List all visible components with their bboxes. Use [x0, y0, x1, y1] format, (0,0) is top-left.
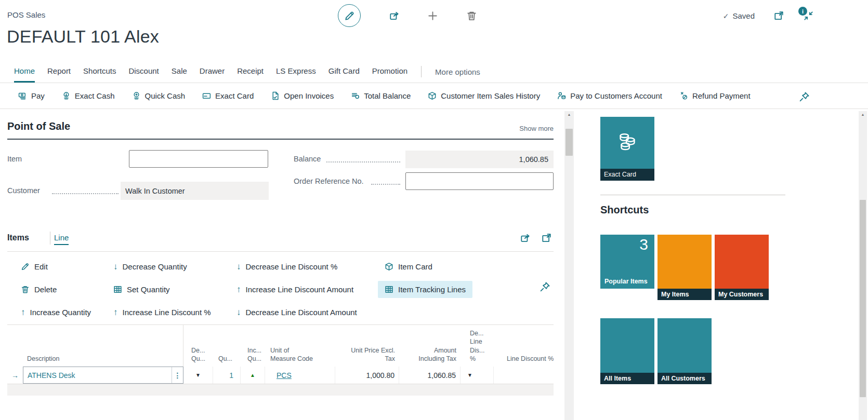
arrow-up-icon: ↑ — [113, 308, 118, 317]
action-item-card[interactable]: Item Card — [385, 262, 541, 271]
col-amount[interactable]: Amount Including Tax — [399, 325, 461, 367]
tile-popular-items[interactable]: 3 Popular Items — [600, 235, 654, 289]
line-discount-cell[interactable] — [494, 367, 554, 384]
tile-all-customers[interactable]: All Customers — [657, 318, 712, 384]
action-increase-line-discount-pct[interactable]: ↑ Increase Line Discount % — [113, 308, 236, 317]
action-item-tracking-lines[interactable]: Item Tracking Lines — [378, 281, 472, 298]
popout-icon[interactable] — [541, 233, 552, 243]
grid-icon — [113, 285, 122, 294]
arrow-down-icon: ↓ — [236, 262, 241, 271]
toolbar-action-label: Refund Payment — [692, 91, 751, 100]
col-unit-of-measure[interactable]: Unit of Measure Code — [265, 325, 335, 367]
toolbar-action-customer-item-sales-history[interactable]: Customer Item Sales History — [428, 91, 540, 100]
role-center-panel: Exact Card Shortcuts 3 Popular Items My … — [574, 111, 859, 420]
tile-my-customers[interactable]: My Customers — [715, 235, 769, 300]
toolbar-action-exact-card[interactable]: Exact Card — [202, 91, 254, 100]
tile-exact-card[interactable]: Exact Card — [600, 117, 654, 181]
tile-label: All Customers — [657, 373, 712, 384]
share-icon[interactable] — [520, 233, 531, 243]
toolbar-action-pay[interactable]: Pay — [18, 91, 45, 100]
customer-item-sales-history-icon — [428, 91, 437, 100]
table-row[interactable]: → ATHENS Desk ⋮ ▼ 1 ▲ PCS 1,000.80 1,060… — [7, 367, 554, 384]
tab-ls-express[interactable]: LS Express — [276, 61, 316, 83]
tab-promotion[interactable]: Promotion — [372, 61, 407, 83]
action-set-quantity[interactable]: Set Quantity — [113, 285, 236, 294]
unit-of-measure-cell[interactable]: PCS — [265, 367, 335, 384]
table-empty-strip — [7, 384, 554, 396]
col-decrease-quantity[interactable]: De... Qu... — [183, 325, 213, 367]
more-options-button[interactable]: More options — [435, 61, 480, 83]
tile-image — [657, 235, 712, 289]
info-icon[interactable]: i — [798, 7, 807, 16]
exact-cash-icon — [62, 91, 71, 100]
row-menu-button[interactable]: ⋮ — [172, 367, 183, 383]
new-icon[interactable] — [427, 10, 438, 21]
col-description[interactable]: Description — [23, 325, 183, 367]
show-more-link[interactable]: Show more — [519, 125, 554, 132]
action-increase-quantity[interactable]: ↑ Increase Quantity — [21, 308, 113, 317]
toolbar-action-exact-cash[interactable]: Exact Cash — [62, 91, 115, 100]
toolbar-action-refund-payment[interactable]: Refund Payment — [679, 91, 751, 100]
tab-report[interactable]: Report — [47, 61, 71, 83]
decrease-quantity-button[interactable]: ▼ — [183, 367, 213, 384]
order-reference-input[interactable] — [405, 172, 554, 190]
col-line-discount[interactable]: Line Discount % — [494, 325, 554, 367]
edit-page-button[interactable] — [338, 4, 361, 27]
scroll-up-icon[interactable]: ▲ — [564, 113, 574, 116]
increase-quantity-button[interactable]: ▲ — [241, 367, 265, 384]
toolbar-action-label: Exact Card — [215, 91, 254, 100]
tile-label: Popular Items — [604, 278, 648, 285]
col-unit-price[interactable]: Unit Price Excl. Tax — [335, 325, 399, 367]
balance-label: Balance — [294, 155, 321, 163]
col-increase-quantity[interactable]: Inc... Qu... — [241, 325, 265, 367]
unit-price-cell[interactable]: 1,000.80 — [335, 367, 399, 384]
tile-image — [657, 318, 712, 373]
tab-sale[interactable]: Sale — [172, 61, 187, 83]
open-invoices-icon — [271, 91, 280, 100]
divider — [50, 232, 50, 245]
tab-shortcuts[interactable]: Shortcuts — [83, 61, 116, 83]
action-delete[interactable]: Delete — [21, 285, 113, 294]
pin-icon[interactable] — [799, 91, 810, 102]
scrollbar-thumb[interactable] — [860, 200, 866, 397]
pin-icon[interactable] — [540, 281, 550, 292]
items-section-title: Items — [7, 233, 29, 242]
action-label: Decrease Line Discount % — [246, 262, 338, 271]
quantity-cell[interactable]: 1 — [213, 367, 241, 384]
action-increase-line-discount-amount[interactable]: ↑ Increase Line Discount Amount — [236, 285, 385, 294]
toolbar-action-open-invoices[interactable]: Open Invoices — [271, 91, 334, 100]
description-cell[interactable]: ATHENS Desk ⋮ — [23, 367, 183, 384]
action-decrease-line-discount-amount[interactable]: ↓ Decrease Line Discount Amount — [236, 308, 385, 317]
side-scrollbar[interactable]: ▲ — [859, 111, 867, 420]
main-scrollbar[interactable]: ▲ — [564, 111, 574, 420]
tab-home[interactable]: Home — [14, 61, 35, 83]
toolbar-action-total-balance[interactable]: Total Balance — [351, 91, 411, 100]
tab-receipt[interactable]: Receipt — [237, 61, 264, 83]
open-in-new-window-icon[interactable] — [773, 10, 784, 21]
amount-cell[interactable]: 1,060.85 — [399, 367, 461, 384]
share-icon[interactable] — [389, 10, 400, 21]
tab-discount[interactable]: Discount — [128, 61, 159, 83]
col-decrease-line-discount[interactable]: De... Line Dis... % — [461, 325, 494, 367]
tile-all-items[interactable]: All Items — [600, 318, 654, 384]
menu-divider — [421, 66, 422, 77]
toolbar-action-pay-to-customers-account[interactable]: Pay to Customers Account — [557, 91, 662, 100]
tab-gift-card[interactable]: Gift Card — [328, 61, 360, 83]
item-input[interactable] — [129, 150, 268, 168]
app-caption: POS Sales — [7, 10, 45, 19]
tile-my-items[interactable]: My Items — [657, 235, 712, 300]
col-quantity[interactable]: Qu... — [213, 325, 241, 367]
scrollbar-thumb[interactable] — [565, 129, 573, 156]
line-tab[interactable]: Line — [54, 233, 69, 245]
delete-icon[interactable] — [466, 10, 477, 21]
toolbar-action-label: Customer Item Sales History — [441, 91, 540, 100]
action-decrease-quantity[interactable]: ↓ Decrease Quantity — [113, 262, 236, 271]
scroll-up-icon[interactable]: ▲ — [859, 113, 867, 116]
action-decrease-line-discount-pct[interactable]: ↓ Decrease Line Discount % — [236, 262, 385, 271]
description-value[interactable]: ATHENS Desk — [28, 371, 75, 380]
toolbar-action-label: Exact Cash — [75, 91, 115, 100]
tab-drawer[interactable]: Drawer — [200, 61, 225, 83]
toolbar-action-quick-cash[interactable]: Quick Cash — [132, 91, 186, 100]
decrease-line-discount-button[interactable]: ▼ — [461, 367, 494, 384]
action-edit[interactable]: Edit — [21, 262, 113, 271]
